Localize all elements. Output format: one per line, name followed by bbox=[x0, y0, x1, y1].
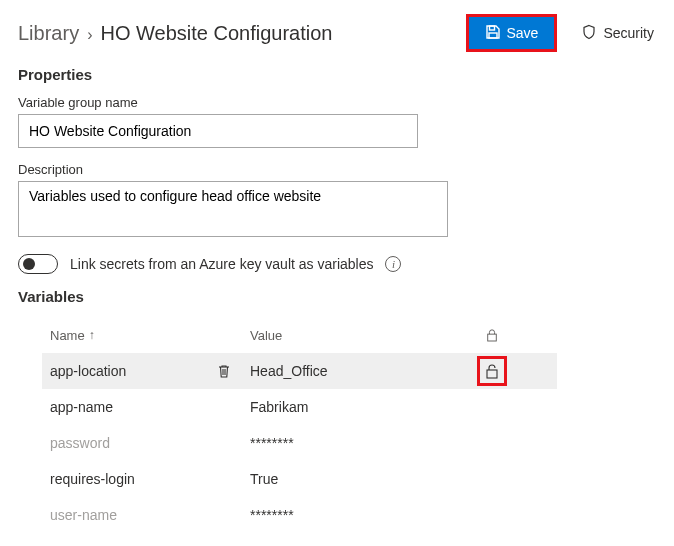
variable-value: Head_Office bbox=[250, 363, 470, 379]
save-icon bbox=[485, 24, 501, 43]
svg-rect-2 bbox=[488, 334, 497, 341]
link-secrets-label: Link secrets from an Azure key vault as … bbox=[70, 256, 373, 272]
variable-name: password bbox=[50, 435, 110, 451]
chevron-right-icon: › bbox=[87, 26, 92, 44]
save-button[interactable]: Save bbox=[469, 17, 555, 49]
column-header-name[interactable]: Name ↑ bbox=[50, 328, 250, 343]
sort-ascending-icon: ↑ bbox=[89, 328, 95, 342]
delete-icon[interactable] bbox=[216, 363, 232, 379]
save-highlight: Save bbox=[466, 14, 558, 52]
table-row[interactable]: requires-loginTrue bbox=[42, 461, 557, 497]
variable-value: Fabrikam bbox=[250, 399, 470, 415]
variable-value: True bbox=[250, 471, 470, 487]
save-button-label: Save bbox=[507, 25, 539, 41]
description-input[interactable]: Variables used to configure head office … bbox=[18, 181, 448, 237]
variables-table: Name ↑ Value app-locationHead_Officeapp-… bbox=[42, 317, 557, 533]
security-button-label: Security bbox=[603, 25, 654, 41]
variables-table-header: Name ↑ Value bbox=[42, 317, 557, 353]
breadcrumb-root[interactable]: Library bbox=[18, 22, 79, 45]
toggle-knob bbox=[23, 258, 35, 270]
table-row[interactable]: password******** bbox=[42, 425, 557, 461]
lock-toggle[interactable] bbox=[477, 356, 507, 386]
table-row[interactable]: app-nameFabrikam bbox=[42, 389, 557, 425]
variable-value: ******** bbox=[250, 435, 470, 451]
breadcrumb-current: HO Website Configuration bbox=[100, 22, 332, 45]
variable-value: ******** bbox=[250, 507, 470, 523]
svg-rect-1 bbox=[489, 33, 497, 38]
link-secrets-toggle[interactable] bbox=[18, 254, 58, 274]
breadcrumb: Library › HO Website Configuration bbox=[18, 22, 332, 45]
variables-heading: Variables bbox=[18, 288, 656, 305]
variable-name: app-location bbox=[50, 363, 126, 379]
lock-cell bbox=[470, 356, 514, 386]
properties-heading: Properties bbox=[18, 66, 656, 83]
variable-name: requires-login bbox=[50, 471, 135, 487]
svg-rect-0 bbox=[489, 26, 494, 30]
shield-icon bbox=[581, 24, 597, 43]
variable-name: app-name bbox=[50, 399, 113, 415]
table-row[interactable]: app-locationHead_Office bbox=[42, 353, 557, 389]
security-button[interactable]: Security bbox=[579, 20, 656, 47]
column-header-value[interactable]: Value bbox=[250, 328, 470, 343]
description-field-label: Description bbox=[18, 162, 656, 177]
svg-rect-3 bbox=[487, 370, 497, 378]
name-field-label: Variable group name bbox=[18, 95, 656, 110]
column-header-lock bbox=[470, 328, 514, 342]
info-icon[interactable]: i bbox=[385, 256, 401, 272]
variable-name: user-name bbox=[50, 507, 117, 523]
variable-group-name-input[interactable] bbox=[18, 114, 418, 148]
table-row[interactable]: user-name******** bbox=[42, 497, 557, 533]
